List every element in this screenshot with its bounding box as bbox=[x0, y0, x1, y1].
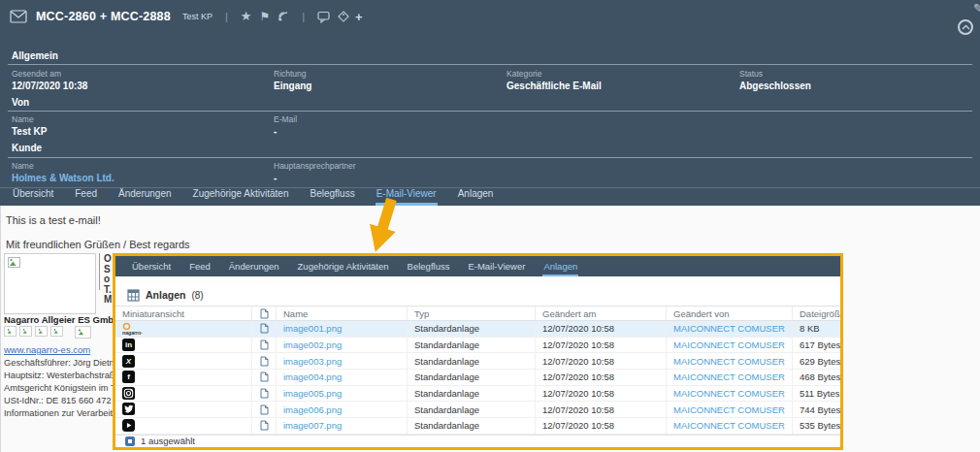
tab-zugeh-rige-aktivit-ten[interactable]: Zugehörige Aktivitäten bbox=[192, 185, 290, 206]
tag-icon[interactable] bbox=[338, 11, 349, 22]
attachments-overlay-panel: ÜbersichtFeedÄnderungenZugehörige Aktivi… bbox=[113, 253, 843, 450]
thumbnail-cell: in bbox=[115, 338, 251, 353]
table-row[interactable]: Ximage003.pngStandardanlage12/07/2020 10… bbox=[115, 353, 840, 370]
broken-image-placeholder bbox=[4, 253, 96, 314]
column-geaendert-am[interactable]: Geändert am bbox=[535, 307, 666, 320]
clipped-line: O bbox=[104, 254, 112, 265]
changed-by-link[interactable]: MAICONNECT COMUSER bbox=[673, 339, 785, 350]
broken-image-placeholder bbox=[75, 326, 91, 339]
selection-footer: 1 ausgewählt bbox=[115, 435, 840, 447]
tab-e-mail-viewer[interactable]: E-Mail-Viewer bbox=[467, 259, 526, 276]
changed-by-link[interactable]: MAICONNECT COMUSER bbox=[673, 323, 785, 334]
attachment-name-link[interactable]: image003.png bbox=[283, 356, 342, 367]
file-size: 744 Bytes bbox=[792, 402, 840, 417]
changed-on: 12/07/2020 10:58 bbox=[535, 370, 666, 385]
file-size: 511 Bytes bbox=[792, 386, 840, 402]
attachment-name-link[interactable]: image005.png bbox=[283, 388, 342, 399]
section-divider bbox=[8, 111, 972, 112]
tab--bersicht[interactable]: Übersicht bbox=[131, 259, 172, 276]
object-header: MCC-2860 + MCC-2888 Test KP | ★ ⚑ | + ✎ … bbox=[0, 0, 980, 206]
table-grid-icon bbox=[127, 289, 140, 302]
youtube-icon bbox=[122, 419, 135, 433]
website-link[interactable]: www.nagarro-es.com bbox=[4, 344, 90, 355]
attachment-file-icon bbox=[251, 418, 276, 434]
nagarro-logo-thumbnail: nagarro• bbox=[122, 322, 143, 336]
tab-anlagen[interactable]: Anlagen bbox=[457, 185, 495, 206]
twitter-icon bbox=[122, 403, 135, 416]
selected-checkbox-icon[interactable] bbox=[125, 436, 135, 446]
tab--bersicht[interactable]: Übersicht bbox=[12, 185, 54, 206]
field-status: Status Abgeschlossen bbox=[739, 69, 811, 91]
collapse-header-button[interactable] bbox=[958, 19, 973, 35]
attachment-name-link[interactable]: image001.png bbox=[283, 323, 342, 334]
overlay-gap bbox=[115, 276, 840, 284]
column-geaendert-von[interactable]: Geändert von bbox=[666, 307, 792, 320]
callout-arrow bbox=[355, 196, 411, 256]
changed-by-link[interactable]: MAICONNECT COMUSER bbox=[673, 388, 785, 399]
table-row[interactable]: fimage004.pngStandardanlage12/07/2020 10… bbox=[115, 370, 840, 386]
email-body-line: This is a test e-mail! bbox=[6, 214, 101, 226]
attachment-file-icon bbox=[251, 386, 276, 402]
flag-icon[interactable]: ⚑ bbox=[259, 11, 270, 22]
column-typ[interactable]: Typ bbox=[407, 307, 535, 320]
attachment-name-link[interactable]: image007.png bbox=[283, 420, 342, 431]
field-hauptansprechpartner: Hauptansprechpartner - bbox=[274, 161, 356, 183]
thumbnail-cell: X bbox=[115, 353, 251, 369]
attachment-file-icon bbox=[251, 370, 276, 385]
thumbnail-cell: f bbox=[115, 370, 251, 385]
chat-bubble-icon[interactable] bbox=[317, 11, 330, 23]
email-envelope-icon bbox=[10, 10, 28, 24]
tab--nderungen[interactable]: Änderungen bbox=[228, 259, 280, 276]
changed-by-link[interactable]: MAICONNECT COMUSER bbox=[673, 371, 785, 382]
section-title-allgemein: Allgemein bbox=[12, 50, 58, 61]
attachment-name-link[interactable]: image004.png bbox=[283, 371, 342, 382]
tab-zugeh-rige-aktivit-ten[interactable]: Zugehörige Aktivitäten bbox=[297, 259, 390, 276]
column-miniaturansicht[interactable]: Miniaturansicht bbox=[115, 307, 251, 320]
attachment-type: Standardanlage bbox=[407, 418, 535, 434]
field-von-email: E-Mail - bbox=[274, 114, 297, 137]
table-row[interactable]: image005.pngStandardanlage12/07/2020 10:… bbox=[115, 386, 840, 403]
changed-on: 12/07/2020 10:58 bbox=[535, 353, 666, 369]
tab-belegfluss[interactable]: Belegfluss bbox=[310, 185, 356, 206]
attachment-name-link[interactable]: image006.png bbox=[283, 404, 342, 415]
tab--nderungen[interactable]: Änderungen bbox=[117, 185, 173, 206]
tab-feed[interactable]: Feed bbox=[74, 185, 98, 206]
overlay-tabbar: ÜbersichtFeedÄnderungenZugehörige Aktivi… bbox=[115, 256, 840, 276]
attachment-type: Standardanlage bbox=[407, 402, 535, 417]
email-body-line: Mit freundlichen Grüßen / Best regards bbox=[6, 239, 190, 250]
broken-image-placeholder bbox=[4, 326, 16, 337]
attachment-name-link[interactable]: image002.png bbox=[283, 339, 342, 350]
attachment-type: Standardanlage bbox=[407, 338, 535, 353]
table-row[interactable]: inimage002.pngStandardanlage12/07/2020 1… bbox=[115, 338, 840, 354]
column-name[interactable]: Name bbox=[276, 307, 407, 320]
attachments-table-body: nagarro•image001.pngStandardanlage12/07/… bbox=[115, 321, 840, 435]
section-title-kunde: Kunde bbox=[12, 143, 42, 153]
title-bar: MCC-2860 + MCC-2888 Test KP | ★ ⚑ | + bbox=[10, 6, 363, 27]
thumbnail-cell bbox=[115, 386, 251, 402]
linkedin-icon: in bbox=[122, 339, 135, 351]
tab-belegfluss[interactable]: Belegfluss bbox=[407, 259, 451, 276]
changed-on: 12/07/2020 10:58 bbox=[535, 321, 666, 337]
attachment-type: Standardanlage bbox=[407, 353, 535, 369]
changed-by-link[interactable]: MAICONNECT COMUSER bbox=[673, 420, 785, 431]
section-divider bbox=[8, 64, 972, 65]
facebook-icon: f bbox=[122, 371, 135, 383]
tab-anlagen[interactable]: Anlagen bbox=[542, 259, 578, 276]
table-row[interactable]: nagarro•image001.pngStandardanlage12/07/… bbox=[115, 321, 840, 338]
changed-on: 12/07/2020 10:58 bbox=[535, 418, 666, 434]
customer-link[interactable]: Holmes & Watson Ltd. bbox=[12, 173, 114, 183]
table-row[interactable]: image006.pngStandardanlage12/07/2020 10:… bbox=[115, 402, 840, 418]
changed-by-link[interactable]: MAICONNECT COMUSER bbox=[673, 356, 785, 367]
column-dateigroesse[interactable]: Dateigröße bbox=[792, 307, 840, 320]
attachment-column-icon[interactable] bbox=[251, 307, 276, 320]
instagram-icon bbox=[122, 387, 135, 401]
changed-by-link[interactable]: MAICONNECT COMUSER bbox=[673, 404, 785, 415]
table-row[interactable]: image007.pngStandardanlage12/07/2020 10:… bbox=[115, 418, 840, 435]
add-tag-button[interactable]: + bbox=[355, 10, 363, 24]
favorite-star-icon[interactable]: ★ bbox=[241, 11, 252, 22]
thumbnail-cell bbox=[115, 402, 251, 417]
attachments-table-header: Miniaturansicht Name Typ Geändert am Geä… bbox=[115, 306, 840, 321]
tab-feed[interactable]: Feed bbox=[188, 259, 212, 276]
follow-icon[interactable] bbox=[278, 11, 289, 22]
edit-icon[interactable]: ✎ bbox=[973, 1, 980, 16]
